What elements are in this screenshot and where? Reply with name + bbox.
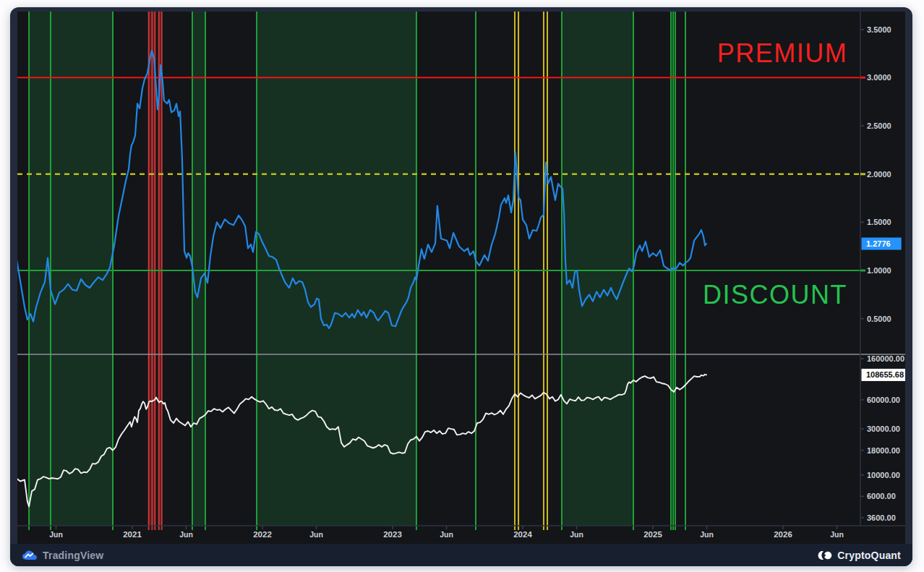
chart-window: 3.50003.00002.50002.00001.50001.00000.50… bbox=[10, 7, 912, 566]
last-value-badge-indicator-text: 1.2776 bbox=[866, 239, 891, 248]
x-axis-tick-label[interactable]: Jun bbox=[179, 530, 193, 539]
discount-zone-band bbox=[562, 12, 633, 526]
x-axis-tick-label[interactable]: Jun bbox=[830, 530, 844, 539]
cryptoquant-label: CryptoQuant bbox=[837, 550, 901, 561]
tradingview-logo[interactable]: TradingView bbox=[22, 550, 103, 561]
chart-area[interactable]: 3.50003.00002.50002.00001.50001.00000.50… bbox=[17, 12, 905, 544]
cryptoquant-icon bbox=[818, 550, 832, 560]
x-axis-tick-label[interactable]: Jun bbox=[700, 530, 714, 539]
cryptoquant-logo[interactable]: CryptoQuant bbox=[818, 550, 901, 561]
x-axis-tick-label[interactable]: 2023 bbox=[383, 530, 402, 539]
y-axis-tick-label: 1.0000 bbox=[867, 266, 891, 275]
discount-zone-band bbox=[192, 12, 205, 526]
chart-canvas[interactable]: 3.50003.00002.50002.00001.50001.00000.50… bbox=[17, 12, 905, 544]
x-axis-tick-label[interactable]: Jun bbox=[309, 530, 323, 539]
y-axis-tick-label: 2.0000 bbox=[867, 170, 891, 179]
x-axis-tick-label[interactable]: Jun bbox=[570, 530, 583, 539]
y-axis-tick-label: 30000.00 bbox=[867, 424, 900, 433]
last-value-badge-price-text: 108655.68 bbox=[866, 370, 904, 379]
y-axis-tick-label: 18000.00 bbox=[867, 446, 900, 455]
x-axis-tick-label[interactable]: 2024 bbox=[513, 530, 532, 539]
discount-zone-band bbox=[257, 12, 416, 526]
y-axis-tick-label: 3600.00 bbox=[867, 513, 896, 522]
x-axis-tick-label[interactable]: Jun bbox=[440, 530, 453, 539]
footer-bar: TradingView CryptoQuant bbox=[10, 544, 912, 566]
y-axis-tick-label: 160000.00 bbox=[867, 354, 904, 363]
y-axis-tick-label: 2.5000 bbox=[867, 121, 891, 130]
y-axis-tick-label: 3.0000 bbox=[867, 73, 891, 82]
discount-zone-band bbox=[29, 12, 113, 526]
x-axis-tick-label[interactable]: Jun bbox=[49, 530, 63, 539]
y-axis-tick-label: 1.5000 bbox=[867, 218, 891, 226]
y-axis-tick-label: 60000.00 bbox=[867, 396, 900, 404]
discount-label: DISCOUNT bbox=[703, 280, 847, 310]
tradingview-icon bbox=[22, 550, 38, 560]
tradingview-label: TradingView bbox=[43, 550, 103, 561]
y-axis-tick-label: 0.5000 bbox=[867, 315, 891, 323]
x-axis-tick-label[interactable]: 2025 bbox=[643, 530, 662, 539]
x-axis-tick-label[interactable]: 2026 bbox=[774, 530, 792, 539]
y-axis-tick-label: 3.5000 bbox=[867, 25, 891, 34]
y-axis-tick-label: 10000.00 bbox=[867, 471, 900, 479]
x-axis-tick-label[interactable]: 2021 bbox=[123, 530, 142, 539]
y-axis-tick-label: 6000.00 bbox=[867, 492, 896, 500]
x-axis-tick-label[interactable]: 2022 bbox=[253, 530, 272, 539]
premium-label: PREMIUM bbox=[717, 38, 848, 68]
